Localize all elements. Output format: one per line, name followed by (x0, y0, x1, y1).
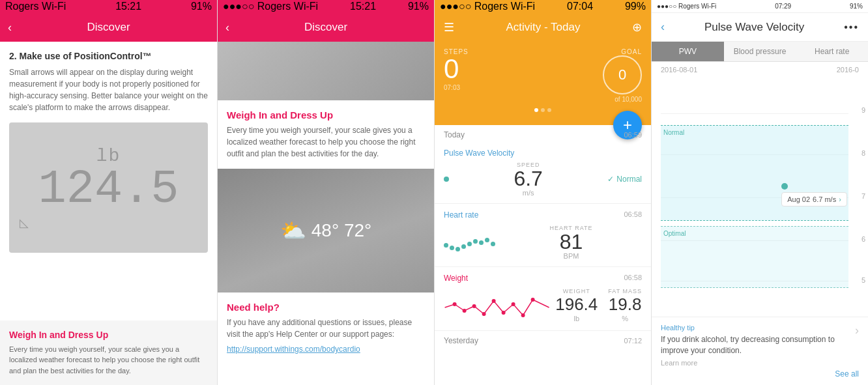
yesterday-time: 07:12 (624, 337, 642, 345)
help-link[interactable]: http://support.withings.com/bodycardio (227, 345, 360, 354)
date-start: 2016-08-01 (661, 66, 697, 74)
hr-unit: BPM (500, 252, 642, 260)
hr-dot-3 (456, 247, 460, 251)
steps-time: 07:03 (444, 84, 469, 91)
yesterday-header-row: Yesterday 07:12 (435, 331, 651, 348)
weight-metrics: WEIGHT 196.4 lb FAT MASS 19.8 % (555, 288, 642, 322)
panel1-bottom: Weigh In and Dress Up Every time you wei… (0, 321, 217, 386)
y-label-5: 5 (861, 276, 865, 284)
steps-stat: STEPS 0 07:03 (444, 48, 469, 103)
panel-pwv: ●●●○○ Rogers Wi-Fi 07:29 91% ‹ Pulse Wav… (651, 0, 868, 385)
today-time: 06:59 (624, 131, 642, 139)
more-options-button[interactable]: ••• (844, 21, 859, 33)
chart-area: Normal Optimal 9 8 7 6 5 Aug 02 6.7 m/s … (652, 78, 868, 317)
activity-hero: STEPS 0 07:03 GOAL 0 of 10,000 (435, 42, 651, 125)
goal-stat: GOAL 0 of 10,000 (603, 48, 642, 103)
tab-pwv[interactable]: PWV (652, 42, 724, 61)
svg-point-7 (521, 313, 525, 317)
weight-time: 06:58 (624, 274, 642, 285)
status-left-2: ●●●○○ Rogers Wi-Fi (223, 1, 318, 12)
healthy-tip-label: Healthy tip (661, 324, 850, 332)
y-label-8: 8 (861, 149, 865, 157)
healthy-tip-content: Healthy tip If you drink alcohol, try de… (661, 324, 850, 367)
temp-display: 48° 72° (311, 220, 371, 241)
goal-circle: 0 (603, 55, 642, 94)
normal-band-label: Normal (661, 128, 687, 137)
pwv-tabs: PWV Blood pressure Heart rate (652, 42, 868, 62)
activity-title: Activity - Today (506, 21, 580, 34)
hr-dot-5 (467, 242, 472, 246)
tab-heart-rate[interactable]: Heart rate (796, 42, 868, 61)
hr-section: Heart rate 06:58 HEART RATE 81 (435, 204, 651, 267)
status-time-4: 07:29 (775, 3, 791, 10)
speed-unit: m/s (449, 189, 607, 197)
tooltip-date: Aug 02 (787, 195, 810, 203)
scale-display: lb 124.5 ◺ (9, 122, 208, 253)
panel1-content: 2. Make use of PositionControl™ Small ar… (0, 42, 217, 321)
help-body: If you have any additional questions or … (227, 317, 425, 340)
weigh-body-1: Every time you weigh yourself, your scal… (9, 344, 208, 377)
weigh-title-1: Weigh In and Dress Up (9, 330, 208, 340)
hr-dot-8 (485, 238, 489, 242)
weight-chart (444, 288, 550, 324)
activity-feed: Today 06:59 Pulse Wave Velocity SPEED 6.… (435, 125, 651, 385)
weight-metric-label: WEIGHT (555, 288, 598, 294)
svg-point-6 (512, 302, 515, 306)
yesterday-label: Yesterday (444, 336, 478, 345)
pwv-section: Pulse Wave Velocity SPEED 6.7 m/s ✓ Norm… (435, 142, 651, 204)
tooltip-arrow: › (839, 195, 841, 203)
normal-band: Normal (661, 125, 848, 221)
fat-mass-label: FAT MASS (608, 288, 642, 294)
chart-dot (781, 183, 788, 190)
page-dots (444, 108, 642, 115)
back-button-4[interactable]: ‹ (661, 20, 665, 34)
hr-label: Heart rate (444, 210, 478, 220)
hr-dot-2 (450, 246, 454, 250)
back-button-1[interactable]: ‹ (8, 21, 12, 35)
svg-point-1 (463, 309, 467, 313)
y-label-7: 7 (861, 192, 865, 200)
discover-title-1: Discover (87, 21, 130, 34)
healthy-tip-container: Healthy tip If you drink alcohol, try de… (652, 317, 868, 385)
panel-discover-1: Rogers Wi-Fi 15:21 91% ‹ Discover 2. Mak… (0, 0, 217, 385)
panel2-image-bottom: ⛅ 48° 72° (218, 169, 434, 292)
weigh-title-2: Weigh In and Dress Up (227, 109, 425, 121)
status-time-3: 07:04 (567, 1, 593, 12)
svg-point-5 (502, 311, 506, 315)
pwv-page-title: Pulse Wave Velocity (704, 21, 804, 34)
menu-icon[interactable]: ☰ (444, 20, 454, 35)
status-bar-3: ●●●○○ Rogers Wi-Fi 07:04 99% (435, 0, 651, 13)
see-all-link[interactable]: See all (835, 369, 859, 378)
section-title-1: 2. Make use of PositionControl™ (9, 51, 208, 61)
hr-dot-9 (491, 242, 495, 246)
status-right-3: 99% (625, 1, 646, 12)
dot-1 (534, 108, 538, 112)
svg-point-8 (531, 298, 535, 302)
y-label-9: 9 (861, 106, 865, 114)
learn-more-link[interactable]: Learn more (661, 359, 850, 367)
hr-value: 81 (500, 231, 642, 252)
checkmark-icon: ✓ (607, 175, 614, 184)
normal-label: Normal (616, 175, 642, 184)
healthy-tip-row: Healthy tip If you drink alcohol, try de… (661, 324, 859, 367)
panel4-header: ‹ Pulse Wave Velocity ••• (652, 13, 868, 42)
hr-dot-1 (444, 243, 448, 248)
fat-mass-value: 19.8 (608, 294, 642, 315)
status-bar-4: ●●●○○ Rogers Wi-Fi 07:29 91% (652, 0, 868, 13)
help-section: Need help? If you have any additional qu… (218, 292, 434, 364)
weight-unit: lb (555, 315, 598, 322)
hr-metrics: HEART RATE 81 BPM (500, 225, 642, 260)
tab-blood-pressure[interactable]: Blood pressure (724, 42, 796, 61)
status-bar-2: ●●●○○ Rogers Wi-Fi 15:21 91% (218, 0, 434, 13)
star-icon[interactable]: ⊕ (632, 20, 642, 35)
hr-dot-7 (479, 240, 484, 245)
svg-point-2 (472, 304, 476, 308)
panel1-header: ‹ Discover (0, 13, 217, 42)
normal-badge: ✓ Normal (607, 175, 642, 184)
weight-value: 196.4 (555, 294, 598, 315)
healthy-tip-text: If you drink alcohol, try decreasing con… (661, 334, 850, 356)
weight-line-chart (444, 288, 550, 324)
healthy-tip-chevron[interactable]: › (855, 324, 859, 337)
help-title: Need help? (227, 302, 425, 313)
back-button-2[interactable]: ‹ (225, 21, 229, 35)
